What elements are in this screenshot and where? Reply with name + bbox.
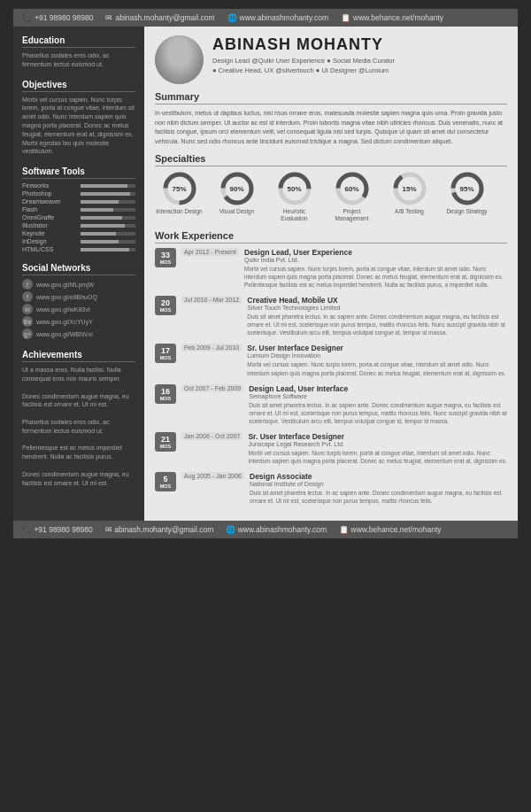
specialty-item: 90% Visual Design <box>212 171 261 223</box>
work-item: 17 MOS Feb 2009 - Jul 2010 Sr. User Inte… <box>155 344 507 376</box>
tool-bar-bg <box>81 200 135 204</box>
badge-number: 5 <box>158 475 173 483</box>
specialty-item: 50% Heuristic Evaluation <box>270 171 319 223</box>
work-badge: 16 MOS <box>155 384 176 404</box>
subtitle-line1: Design Lead @Quikr User Experience ● Soc… <box>212 56 395 66</box>
objectives-section: Objectives Morbi vel cursus sapien. Nunc… <box>22 80 135 157</box>
social-list: t www.goo.gl/MLpmjW f www.goo.gl/e8BhuOQ… <box>22 279 135 339</box>
work-item: 33 MOS Apr 2012 - Present Design Lead, U… <box>155 248 507 289</box>
right-content: ABINASH MOHANTY Design Lead @Quikr User … <box>144 27 518 521</box>
behance-info: 📋 www.behance.net/mohanty <box>341 13 443 22</box>
social-icon: t <box>22 279 33 290</box>
work-badge: 33 MOS <box>155 248 176 267</box>
donut-chart: 90% <box>219 171 255 206</box>
bottom-behance-text: www.behance.net/mohanty <box>351 525 442 534</box>
tool-bar-bg <box>81 248 135 251</box>
tool-row: Fireworks <box>22 182 135 189</box>
social-icon: g+ <box>22 329 33 339</box>
top-bar: 📞 +91 98980 98980 ✉ abinash.mohanty@gmai… <box>13 9 518 27</box>
email-icon: ✉ <box>105 13 112 22</box>
work-company: Semaphore Software <box>249 393 507 399</box>
work-item: 20 MOS Jul 2010 - Mar 2012 Creative Head… <box>155 296 507 336</box>
tool-name: InDesign <box>22 238 77 244</box>
achievements-text: Ut a massa eros. Nulla facilisi. Nulla c… <box>22 366 135 487</box>
work-title: Design Lead, User Experience <box>244 248 507 257</box>
avatar <box>155 35 204 84</box>
tool-row: Keynote <box>22 230 135 236</box>
resume-header: ABINASH MOHANTY Design Lead @Quikr User … <box>155 35 507 84</box>
specialties-title: Specialties <box>155 153 507 166</box>
bottom-phone-text: +91 98980 98980 <box>34 525 92 534</box>
tool-bar-fill <box>81 240 119 244</box>
tool-row: OmniGraffe <box>22 214 135 220</box>
work-date: Jul 2010 - Mar 2012 <box>181 296 242 304</box>
bottom-globe-icon: 🌐 <box>226 525 235 534</box>
specialty-item: 75% Interaction Design <box>155 171 204 223</box>
badge-number: 16 <box>158 387 173 396</box>
tool-name: HTML/CSS <box>22 246 77 252</box>
tool-bar-bg <box>81 208 135 212</box>
social-link: www.goo.gl/e8BhuOQ <box>36 294 97 300</box>
social-title: Social Networks <box>22 263 135 275</box>
tool-name: Flash <box>22 206 77 213</box>
website-text: www.abinashmohanty.com <box>240 13 328 22</box>
work-badge: 20 MOS <box>155 296 176 315</box>
tool-bar-fill <box>81 224 125 228</box>
donut-label: 15% <box>402 185 416 193</box>
work-date-block: Apr 2012 - Present <box>181 248 239 289</box>
tool-row: Illustrator <box>22 222 135 228</box>
social-icon: f <box>22 291 33 302</box>
avatar-image <box>155 35 204 84</box>
specialty-name: Visual Design <box>219 208 255 215</box>
tool-row: Dreamweaver <box>22 198 135 205</box>
work-item: 16 MOS Oct 2007 - Feb 2009 Design Lead, … <box>155 384 507 425</box>
tool-row: InDesign <box>22 238 135 244</box>
tool-bar-fill <box>81 200 119 204</box>
social-row: g+ www.goo.gl/WBNVxi <box>22 329 135 339</box>
tool-row: Flash <box>22 206 135 213</box>
work-date-block: Jul 2010 - Mar 2012 <box>181 296 242 336</box>
work-item: 5 MOS Aug 2005 - Jan 2006 Design Associa… <box>155 472 507 505</box>
phone-icon: 📞 <box>22 13 32 22</box>
work-date: Feb 2009 - Jul 2010 <box>181 344 242 352</box>
social-row: in www.goo.gl/wK83vt <box>22 304 135 314</box>
work-details: Creative Head, Mobile UX Silver Touch Te… <box>247 296 507 336</box>
work-title: Creative Head, Mobile UX <box>247 296 507 305</box>
tools-list: Fireworks Photoshop Dreamweaver Flash Om… <box>22 182 135 252</box>
work-details: Design Lead, User Experience Quikr India… <box>244 248 507 289</box>
specialties-list: 75% Interaction Design 90% Visual Design… <box>155 171 507 223</box>
donut-chart: 50% <box>277 171 312 206</box>
donut-label: 50% <box>287 185 301 193</box>
specialty-name: Heuristic Evaluation <box>270 208 319 223</box>
behance-text: www.behance.net/mohanty <box>353 13 443 22</box>
tool-bar-fill <box>81 216 122 220</box>
donut-chart: 95% <box>450 171 485 206</box>
donut-label: 90% <box>229 185 243 193</box>
work-company: Silver Touch Technologies Limited <box>247 305 507 311</box>
bottom-behance: 📋 www.behance.net/mohanty <box>339 525 441 534</box>
work-title: Design Associate <box>250 472 507 481</box>
candidate-name: ABINASH MOHANTY <box>212 35 395 54</box>
donut-chart: 15% <box>392 171 427 206</box>
specialty-item: 95% Design Strategy <box>442 171 491 223</box>
tool-name: Photoshop <box>22 190 77 197</box>
badge-number: 20 <box>158 298 173 307</box>
bottom-behance-icon: 📋 <box>339 525 349 534</box>
phone-info: 📞 +91 98980 98980 <box>22 13 93 22</box>
work-date: Oct 2007 - Feb 2009 <box>181 384 243 392</box>
donut-chart: 60% <box>335 171 370 206</box>
tool-bar-bg <box>81 184 135 188</box>
bottom-email-icon: ✉ <box>105 525 112 534</box>
social-icon: Be <box>22 316 33 327</box>
work-badge: 21 MOS <box>155 432 176 452</box>
tool-row: HTML/CSS <box>22 246 135 252</box>
tool-bar-fill <box>81 232 116 236</box>
education-title: Education <box>22 35 135 48</box>
bottom-website: 🌐 www.abinashmohanty.com <box>226 525 327 534</box>
work-badge: 17 MOS <box>155 344 176 363</box>
social-link: www.goo.gl/XcYUyY <box>36 319 93 325</box>
badge-unit: MOS <box>158 307 173 313</box>
email-info: ✉ abinash.mohanty@gmail.com <box>105 13 214 22</box>
work-experience-section: Work Experience 33 MOS Apr 2012 - Presen… <box>155 230 507 505</box>
achievements-title: Achievements <box>22 350 135 362</box>
